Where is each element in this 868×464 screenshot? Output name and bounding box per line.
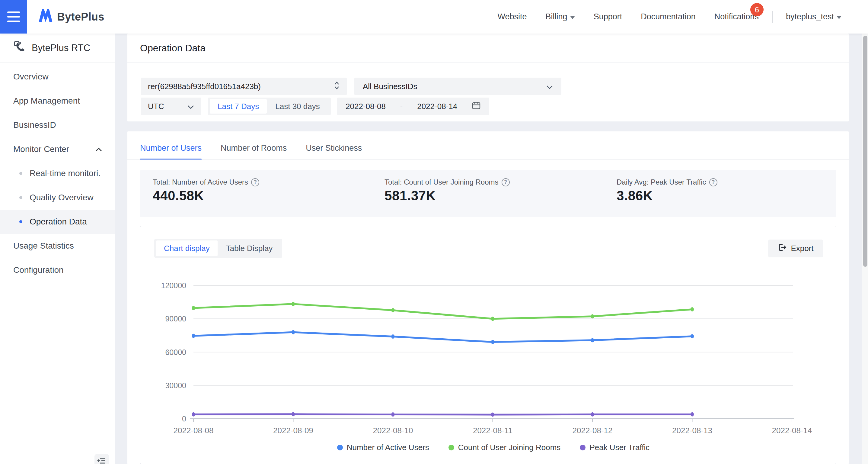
date-range-picker[interactable]: 2022-08-08 - 2022-08-14 bbox=[337, 97, 489, 115]
sidebar-item-usage-statistics[interactable]: Usage Statistics bbox=[0, 234, 115, 258]
rtc-phone-icon bbox=[13, 40, 26, 56]
legend-dot-icon bbox=[448, 445, 454, 451]
date-range-toggle: Last 7 DaysLast 30 days bbox=[208, 97, 331, 115]
nav-notifications[interactable]: Notifications6 bbox=[714, 12, 759, 22]
tab-number-of-rooms[interactable]: Number of Rooms bbox=[221, 137, 287, 160]
line-chart-plot: 03000060000900001200002022-08-082022-08-… bbox=[140, 226, 836, 464]
main-content-card: Number of UsersNumber of RoomsUser Stick… bbox=[127, 132, 849, 464]
sidebar-item-label: Operation Data bbox=[30, 217, 87, 227]
nav-links: WebsiteBillingSupportDocumentationNotifi… bbox=[498, 0, 841, 33]
collapse-sidebar-icon bbox=[97, 456, 106, 464]
legend-label: Number of Active Users bbox=[347, 443, 429, 452]
chart-legend: Number of Active UsersCount of User Join… bbox=[193, 443, 793, 452]
sidebar-collapse-button[interactable] bbox=[94, 454, 109, 464]
page-title: Operation Data bbox=[140, 42, 206, 54]
metric-tabs: Number of UsersNumber of RoomsUser Stick… bbox=[140, 137, 362, 160]
nav-link-billing[interactable]: Billing bbox=[546, 12, 575, 22]
sidebar: BytePlus RTC OverviewApp ManagementBusin… bbox=[0, 33, 115, 464]
chart-panel: Chart displayTable Display Export 030000… bbox=[140, 226, 836, 464]
sidebar-item-label: Usage Statistics bbox=[13, 241, 74, 251]
sidebar-item-label: Overview bbox=[13, 72, 49, 82]
sidebar-item-configuration[interactable]: Configuration bbox=[0, 258, 115, 282]
stat-label: Total: Number of Active Users? bbox=[153, 178, 259, 186]
stat-value: 440.58K bbox=[153, 188, 204, 203]
stat-label: Total: Count of User Joining Rooms? bbox=[384, 178, 510, 186]
sidebar-item-label: BusinessID bbox=[13, 120, 56, 130]
legend-item-number-of-active-users[interactable]: Number of Active Users bbox=[337, 443, 429, 452]
chevron-down-icon bbox=[570, 16, 575, 19]
svg-text:60000: 60000 bbox=[165, 348, 186, 356]
date-end-value[interactable]: 2022-08-14 bbox=[417, 102, 457, 111]
stat-label: Daily Avg: Peak User Traffic? bbox=[617, 178, 717, 186]
brand-name: BytePlus bbox=[57, 10, 104, 23]
timezone-value: UTC bbox=[148, 102, 164, 111]
sidebar-item-quality-overview[interactable]: Quality Overview bbox=[0, 185, 115, 210]
svg-text:30000: 30000 bbox=[165, 381, 186, 390]
svg-text:2022-08-10: 2022-08-10 bbox=[373, 426, 413, 435]
help-icon[interactable]: ? bbox=[709, 178, 717, 186]
sidebar-item-overview[interactable]: Overview bbox=[0, 65, 115, 89]
legend-item-count-of-user-joining-rooms[interactable]: Count of User Joining Rooms bbox=[448, 443, 561, 452]
stat-value: 3.86K bbox=[617, 188, 653, 203]
legend-label: Peak User Traffic bbox=[589, 443, 650, 452]
app-selector[interactable]: rer(62988a5f935ffd01651a423b) bbox=[141, 78, 347, 95]
svg-text:2022-08-08: 2022-08-08 bbox=[174, 426, 214, 435]
nav-link-website[interactable]: Website bbox=[498, 12, 527, 22]
businessid-select[interactable]: All BusinessIDs bbox=[354, 78, 561, 95]
nav-link-documentation[interactable]: Documentation bbox=[641, 12, 696, 22]
tab-number-of-users[interactable]: Number of Users bbox=[140, 137, 202, 160]
calendar-icon bbox=[472, 101, 481, 112]
timezone-select[interactable]: UTC bbox=[141, 97, 201, 115]
hamburger-menu-button[interactable] bbox=[0, 0, 27, 33]
sidebar-item-operation-data[interactable]: Operation Data bbox=[0, 210, 115, 234]
svg-text:2022-08-12: 2022-08-12 bbox=[572, 426, 613, 435]
date-start-value[interactable]: 2022-08-08 bbox=[346, 102, 386, 111]
legend-dot-icon bbox=[337, 445, 343, 451]
sidebar-item-businessid[interactable]: BusinessID bbox=[0, 113, 115, 137]
svg-text:0: 0 bbox=[182, 414, 186, 423]
sidebar-item-label: Monitor Center bbox=[13, 144, 69, 154]
sidebar-item-label: Quality Overview bbox=[30, 193, 94, 202]
sidebar-item-real-time-monitori[interactable]: Real-time monitori. bbox=[0, 161, 115, 185]
legend-label: Count of User Joining Rooms bbox=[458, 443, 561, 452]
sidebar-menu: OverviewApp ManagementBusinessIDMonitor … bbox=[0, 63, 115, 282]
tab-user-stickiness[interactable]: User Stickiness bbox=[306, 137, 362, 160]
legend-item-peak-user-traffic[interactable]: Peak User Traffic bbox=[580, 443, 650, 452]
stat-value: 581.37K bbox=[384, 188, 436, 203]
sidebar-item-label: App Management bbox=[13, 96, 80, 106]
range-chip-last-30-days[interactable]: Last 30 days bbox=[268, 99, 328, 114]
chevron-down-icon bbox=[546, 82, 553, 91]
svg-text:120000: 120000 bbox=[161, 281, 186, 290]
date-separator: - bbox=[400, 102, 403, 111]
sidebar-item-label: Real-time monitori. bbox=[30, 169, 100, 178]
legend-dot-icon bbox=[580, 445, 586, 451]
help-icon[interactable]: ? bbox=[502, 178, 510, 186]
brand-logo[interactable]: BytePlus bbox=[38, 0, 104, 33]
help-icon[interactable]: ? bbox=[251, 178, 259, 186]
sidebar-item-app-management[interactable]: App Management bbox=[0, 89, 115, 113]
businessid-value: All BusinessIDs bbox=[363, 82, 417, 91]
chevron-down-icon bbox=[187, 102, 194, 111]
stats-summary-panel: Total: Number of Active Users?440.58KTot… bbox=[140, 170, 836, 217]
notification-badge: 6 bbox=[750, 3, 764, 16]
sidebar-item-label: Configuration bbox=[13, 265, 64, 275]
page-header-card: Operation Data rer(62988a5f935ffd01651a4… bbox=[127, 33, 849, 121]
page-scrollbar-track[interactable] bbox=[862, 28, 868, 464]
byteplus-logo-icon bbox=[38, 9, 53, 25]
sidebar-product-name: BytePlus RTC bbox=[32, 42, 90, 54]
svg-text:2022-08-14: 2022-08-14 bbox=[772, 426, 812, 435]
app-root: BytePlus RTC OverviewApp ManagementBusin… bbox=[0, 0, 868, 464]
page-scrollbar-thumb[interactable] bbox=[863, 36, 867, 267]
top-navbar: BytePlus WebsiteBillingSupportDocumentat… bbox=[0, 0, 868, 33]
svg-text:90000: 90000 bbox=[165, 315, 186, 323]
account-menu[interactable]: byteplus_test bbox=[786, 12, 841, 22]
svg-text:2022-08-09: 2022-08-09 bbox=[273, 426, 313, 435]
account-name: byteplus_test bbox=[786, 12, 834, 22]
sidebar-item-monitor-center[interactable]: Monitor Center bbox=[0, 137, 115, 161]
spinner-updown-icon bbox=[334, 81, 340, 92]
nav-link-support[interactable]: Support bbox=[594, 12, 622, 22]
svg-text:2022-08-11: 2022-08-11 bbox=[473, 426, 513, 435]
tabs-border bbox=[127, 160, 849, 160]
header-divider bbox=[127, 62, 849, 63]
range-chip-last-7-days[interactable]: Last 7 Days bbox=[210, 99, 267, 114]
